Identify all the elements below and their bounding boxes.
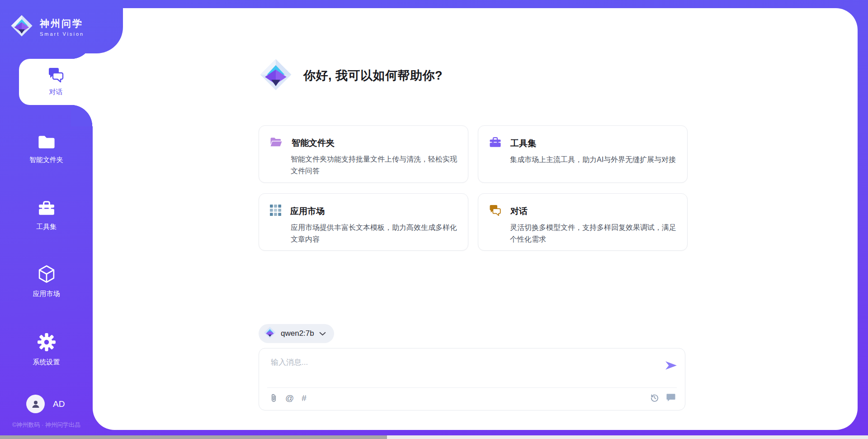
attach-file-button[interactable] — [270, 393, 278, 403]
sidebar-item-settings[interactable]: 系统设置 — [0, 333, 93, 367]
brand-subtitle: Smart Vision — [40, 31, 84, 37]
chat-bubbles-icon — [48, 67, 64, 84]
folder-icon — [38, 134, 56, 151]
greeting-title: 你好, 我可以如何帮助你? — [303, 67, 443, 84]
sidebar-item-label: 对话 — [49, 88, 63, 96]
card-title: 应用市场 — [290, 205, 325, 217]
greeting-diamond-icon — [260, 59, 292, 92]
card-description: 应用市场提供丰富长文本模板，助力高效生成多样化文章内容 — [291, 222, 458, 245]
composer-divider — [267, 387, 677, 388]
brand-name: 神州问学 — [40, 17, 84, 30]
scrollbar-thumb[interactable] — [0, 435, 387, 439]
user-initials: AD — [53, 399, 65, 409]
toolbox-icon — [38, 200, 55, 218]
user-account[interactable]: AD — [26, 395, 65, 413]
mention-button[interactable]: @ — [285, 393, 294, 403]
chat-bubble-icon — [666, 393, 676, 402]
greeting-row: 你好, 我可以如何帮助你? — [260, 59, 443, 92]
horizontal-scrollbar — [0, 435, 868, 439]
model-selector[interactable]: qwen2:7b — [259, 324, 334, 343]
chat-bubbles-icon — [489, 205, 501, 218]
model-name: qwen2:7b — [281, 329, 314, 338]
person-icon — [30, 399, 41, 410]
sidebar-item-app-market[interactable]: 应用市场 — [0, 265, 93, 298]
history-button[interactable] — [650, 393, 660, 403]
cube-icon — [38, 265, 55, 285]
card-chat[interactable]: 对话 灵活切换多模型文件，支持多样回复效果调试，满足个性化需求 — [478, 193, 688, 251]
composer: @ # — [259, 348, 685, 410]
active-tab-flare-bottom — [71, 105, 93, 126]
new-chat-button[interactable] — [666, 393, 676, 402]
sidebar-item-label: 应用市场 — [33, 290, 60, 298]
sidebar-item-label: 系统设置 — [33, 358, 60, 367]
model-diamond-icon — [264, 327, 276, 340]
sidebar-item-label: 工具集 — [36, 223, 57, 231]
send-button[interactable] — [664, 359, 678, 373]
gear-icon — [37, 333, 56, 353]
card-title: 对话 — [510, 205, 528, 217]
card-app-market[interactable]: 应用市场 应用市场提供丰富长文本模板，助力高效生成多样化文章内容 — [259, 193, 468, 251]
toolbox-icon — [489, 137, 501, 150]
card-toolset[interactable]: 工具集 集成市场上主流工具，助力AI与外界无缝扩展与对接 — [478, 125, 688, 183]
card-description: 集成市场上主流工具，助力AI与外界无缝扩展与对接 — [510, 154, 677, 166]
sidebar-item-toolset[interactable]: 工具集 — [0, 200, 93, 231]
avatar — [26, 395, 45, 413]
card-title: 工具集 — [510, 138, 536, 149]
paperclip-icon — [270, 393, 278, 403]
card-title: 智能文件夹 — [292, 137, 335, 149]
feature-cards: 智能文件夹 智能文件夹功能支持批量文件上传与清洗，轻松实现文件问答 工具集 集成… — [259, 125, 688, 251]
card-description: 智能文件夹功能支持批量文件上传与清洗，轻松实现文件问答 — [291, 153, 458, 177]
grid-icon — [270, 205, 281, 218]
message-input[interactable] — [270, 356, 642, 369]
card-smart-folder[interactable]: 智能文件夹 智能文件夹功能支持批量文件上传与清洗，轻松实现文件问答 — [259, 125, 468, 183]
chevron-down-icon — [319, 329, 326, 338]
send-icon — [665, 360, 677, 371]
copyright-text: ©神州数码 · 神州问学出品 — [0, 421, 93, 429]
sidebar-item-chat[interactable]: 对话 — [19, 59, 93, 105]
brand-logo[interactable]: 神州问学 Smart Vision — [0, 0, 123, 53]
history-icon — [650, 393, 660, 403]
topic-button[interactable]: # — [302, 393, 307, 403]
sidebar-item-label: 智能文件夹 — [29, 156, 63, 164]
folder-open-icon — [270, 137, 283, 149]
app-window: 神州问学 Smart Vision 对话 智能文件夹 — [0, 0, 868, 439]
brand-diamond-icon — [11, 15, 33, 38]
sidebar-item-smart-folder[interactable]: 智能文件夹 — [0, 134, 93, 164]
card-description: 灵活切换多模型文件，支持多样回复效果调试，满足个性化需求 — [510, 222, 677, 245]
